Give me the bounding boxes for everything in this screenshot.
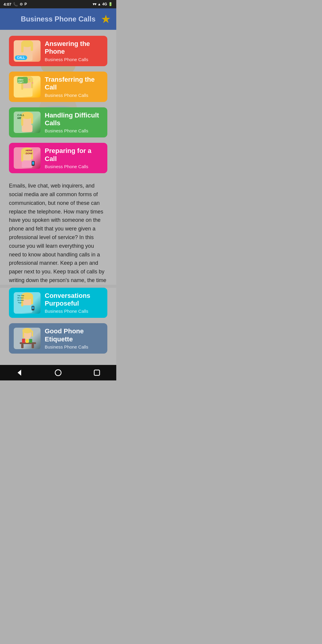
card-transferring-title: Transferring the Call [45, 76, 103, 92]
svg-text:DONE: DONE [26, 152, 33, 155]
card-answering-icon: CALL [14, 40, 41, 62]
card-transferring-subtitle: Business Phone Calls [45, 93, 103, 98]
card-preparing-icon: HERE DONE [14, 147, 41, 169]
card-transferring[interactable]: video chat? ✦ ✦ Transferring the Call Bu… [9, 72, 107, 102]
svg-text:✦: ✦ [32, 82, 34, 84]
4g-label: 4G [102, 2, 107, 6]
card-conversations-text: Conversations Purposeful Business Phone … [45, 292, 103, 314]
card-transferring-text: Transferring the Call Business Phone Cal… [45, 76, 103, 98]
svg-text:video: video [18, 79, 24, 81]
svg-rect-8 [31, 44, 33, 51]
card-answering-subtitle: Business Phone Calls [45, 57, 103, 62]
pushbullet-icon: P [24, 2, 27, 6]
status-bar: 4:07 📞 ⊙ P ▾▾ ▲ 4G 🔋 [0, 0, 116, 8]
page-title: Business Phone Calls [21, 15, 96, 23]
svg-rect-23 [31, 115, 33, 124]
svg-rect-45 [32, 306, 34, 309]
article-text: Emails, live chat, web inquirers, and so… [9, 179, 107, 285]
svg-text:Yep Yep: Yep Yep [17, 295, 24, 296]
svg-rect-55 [32, 331, 33, 337]
card-etiquette-icon [14, 328, 41, 349]
card-answering-title: Answering the Phone [45, 40, 103, 56]
svg-text:Un-Huh: Un-Huh [17, 299, 24, 301]
card-difficult[interactable]: CALL ME Handling Difficult Calls Busines… [9, 107, 107, 138]
svg-text:HERE: HERE [26, 149, 32, 152]
main-content: CALL Answering the Phone Business Phone … [0, 30, 116, 285]
svg-rect-58 [94, 370, 100, 375]
card-preparing[interactable]: HERE DONE Preparing for a Call Business … [9, 143, 107, 173]
card-difficult-subtitle: Business Phone Calls [45, 128, 103, 133]
svg-rect-27 [22, 160, 32, 168]
svg-text:ME: ME [17, 117, 21, 120]
card-answering-text: Answering the Phone Business Phone Calls [45, 40, 103, 62]
card-difficult-icon: CALL ME [14, 112, 41, 133]
signal-icon: ▲ [97, 2, 101, 6]
svg-rect-34 [32, 162, 34, 165]
card-etiquette[interactable]: Good Phone Etiquette Business Phone Call… [9, 323, 107, 354]
svg-rect-7 [21, 44, 24, 52]
card-preparing-title: Preparing for a Call [45, 147, 103, 163]
battery-icon: 🔋 [108, 2, 113, 6]
svg-text:CALL: CALL [17, 114, 24, 117]
card-etiquette-title: Good Phone Etiquette [45, 327, 103, 343]
card-etiquette-subtitle: Business Phone Calls [45, 344, 103, 349]
svg-rect-54 [23, 331, 24, 338]
bottom-nav [0, 365, 116, 380]
svg-rect-22 [21, 115, 23, 126]
svg-rect-39 [31, 296, 33, 304]
lower-section: Yep Yep Uh Huh Un-Huh Yup-- Conversation… [0, 288, 116, 365]
svg-text:chat?: chat? [18, 81, 24, 83]
card-conversations-subtitle: Business Phone Calls [45, 309, 103, 314]
svg-rect-49 [22, 339, 25, 343]
card-conversations[interactable]: Yep Yep Uh Huh Un-Huh Yup-- Conversation… [9, 288, 107, 318]
call-badge: CALL [15, 55, 27, 60]
svg-text:Uh Huh: Uh Huh [17, 297, 24, 299]
card-answering[interactable]: CALL Answering the Phone Business Phone … [9, 36, 107, 66]
chrome-icon: ⊙ [20, 2, 23, 6]
svg-marker-56 [18, 370, 21, 376]
cards-container: CALL Answering the Phone Business Phone … [9, 36, 107, 173]
svg-text:✦: ✦ [28, 78, 30, 81]
svg-text:Yup--: Yup-- [18, 302, 22, 304]
card-etiquette-text: Good Phone Etiquette Business Phone Call… [45, 327, 103, 349]
card-conversations-icon: Yep Yep Uh Huh Un-Huh Yup-- [14, 292, 41, 314]
svg-rect-47 [21, 344, 24, 348]
svg-rect-48 [32, 344, 34, 348]
time-display: 4:07 [4, 2, 11, 7]
call-icon: 📞 [13, 2, 18, 7]
svg-rect-10 [22, 88, 32, 97]
card-preparing-text: Preparing for a Call Business Phone Call… [45, 147, 103, 169]
home-button[interactable] [53, 367, 64, 378]
card-difficult-text: Handling Difficult Calls Business Phone … [45, 112, 103, 134]
card-preparing-subtitle: Business Phone Calls [45, 164, 103, 169]
svg-rect-20 [22, 125, 32, 132]
svg-rect-29 [21, 151, 23, 162]
status-right: ▾▾ ▲ 4G 🔋 [93, 2, 113, 6]
card-difficult-title: Handling Difficult Calls [45, 112, 103, 127]
recents-button[interactable] [92, 367, 102, 378]
back-button[interactable] [14, 367, 25, 378]
favorite-star-icon[interactable]: ★ [101, 13, 111, 26]
wifi-icon: ▾▾ [93, 2, 96, 6]
top-bar: Business Phone Calls ★ [0, 8, 116, 30]
svg-rect-36 [22, 305, 32, 313]
svg-rect-51 [29, 339, 32, 343]
status-left: 4:07 📞 ⊙ P [4, 2, 27, 7]
card-conversations-title: Conversations Purposeful [45, 292, 103, 308]
card-transferring-icon: video chat? ✦ ✦ [14, 76, 41, 97]
svg-point-57 [55, 370, 61, 376]
